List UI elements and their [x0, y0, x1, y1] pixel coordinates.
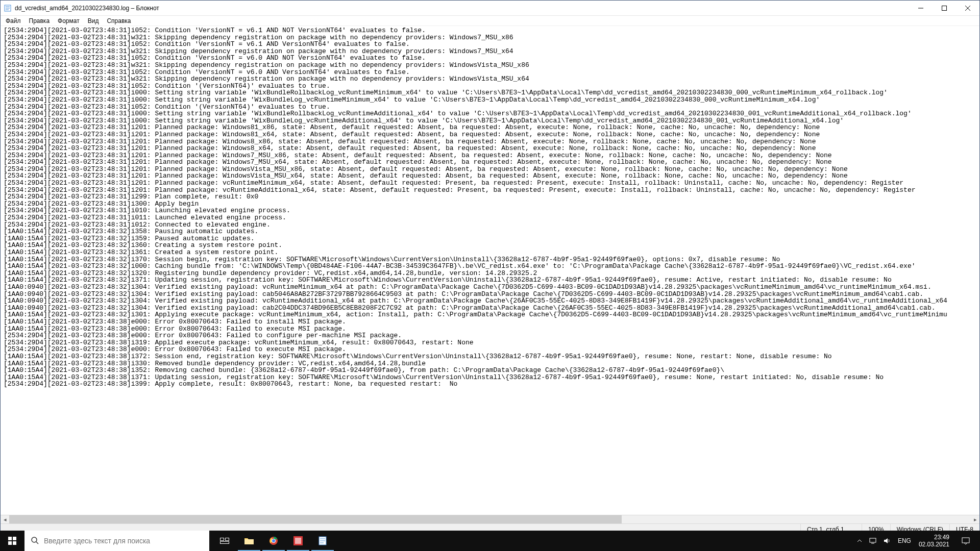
taskbar-item-file-explorer[interactable] [237, 531, 261, 551]
scroll-right-arrow-icon[interactable]: ▸ [971, 515, 979, 524]
window-title: dd_vcredist_amd64_20210302234830.log – Б… [15, 5, 909, 12]
svg-rect-16 [220, 542, 229, 544]
svg-point-20 [272, 539, 275, 542]
volume-icon[interactable] [880, 531, 894, 551]
scroll-track[interactable] [9, 515, 971, 523]
task-view-button[interactable] [212, 531, 237, 551]
language-indicator[interactable]: ENG [894, 531, 915, 551]
taskbar-clock[interactable]: 23:49 02.03.2021 [915, 534, 953, 548]
svg-line-13 [36, 542, 38, 544]
svg-rect-27 [870, 538, 876, 542]
svg-rect-17 [244, 539, 254, 544]
svg-rect-11 [13, 541, 16, 545]
search-input[interactable] [44, 537, 203, 545]
clock-time: 23:49 [934, 534, 949, 541]
menu-edit[interactable]: Правка [25, 16, 54, 26]
taskbar: ENG 23:49 02.03.2021 [0, 531, 980, 551]
taskbar-search[interactable] [24, 531, 209, 551]
minimize-button[interactable] [909, 1, 933, 15]
svg-rect-5 [942, 6, 947, 10]
taskbar-item-chrome[interactable] [261, 531, 286, 551]
svg-rect-22 [295, 538, 301, 544]
svg-rect-10 [8, 541, 12, 545]
search-icon [31, 536, 39, 546]
svg-rect-9 [13, 537, 16, 540]
svg-rect-14 [220, 538, 224, 541]
menu-view[interactable]: Вид [84, 16, 103, 26]
horizontal-scrollbar[interactable]: ◂ ▸ [1, 515, 979, 523]
svg-rect-15 [226, 538, 229, 541]
taskbar-item-notepad[interactable] [310, 531, 335, 551]
tray-overflow-icon[interactable] [853, 531, 866, 551]
menubar: Файл Правка Формат Вид Справка [1, 16, 979, 26]
system-tray: ENG 23:49 02.03.2021 [853, 531, 980, 551]
start-button[interactable] [0, 531, 24, 551]
scroll-thumb[interactable] [9, 515, 622, 523]
maximize-button[interactable] [933, 1, 956, 15]
svg-rect-29 [962, 538, 969, 543]
titlebar[interactable]: dd_vcredist_amd64_20210302234830.log – Б… [1, 1, 979, 16]
notepad-icon [4, 4, 12, 12]
window-controls [909, 1, 979, 15]
notepad-window: dd_vcredist_amd64_20210302234830.log – Б… [0, 0, 980, 536]
close-button[interactable] [956, 1, 979, 15]
action-center-icon[interactable] [953, 531, 978, 551]
svg-point-12 [32, 537, 37, 542]
menu-file[interactable]: Файл [2, 16, 25, 26]
taskbar-item-app1[interactable] [286, 531, 310, 551]
network-icon[interactable] [866, 531, 880, 551]
menu-format[interactable]: Формат [54, 16, 84, 26]
scroll-left-arrow-icon[interactable]: ◂ [1, 515, 9, 524]
svg-rect-8 [8, 537, 12, 540]
taskbar-items [209, 531, 335, 551]
clock-date: 02.03.2021 [919, 541, 949, 548]
text-area[interactable]: [2534:29D4][2021-03-02T23:48:31]i052: Co… [1, 26, 979, 515]
menu-help[interactable]: Справка [103, 16, 135, 26]
